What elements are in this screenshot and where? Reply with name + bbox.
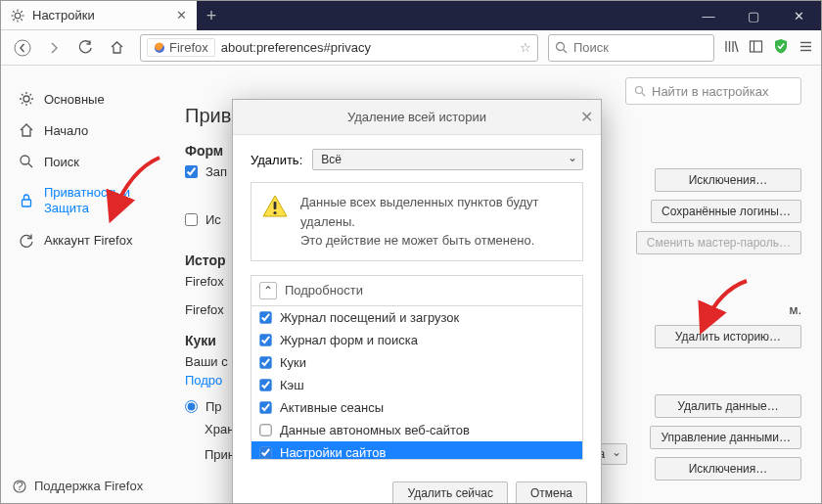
sidebar-item-account[interactable]: Аккаунт Firefox (13, 225, 163, 256)
delete-now-button[interactable]: Удалить сейчас (392, 481, 507, 505)
find-placeholder: Найти в настройках (652, 84, 769, 99)
remember-logins-checkbox[interactable] (185, 165, 198, 178)
cookies-exceptions-button[interactable]: Исключения… (655, 457, 801, 481)
details-header[interactable]: ⌃ Подробности (251, 276, 582, 306)
dialog-titlebar: Удаление всей истории ✕ (233, 100, 601, 135)
tab-title: Настройки (32, 8, 95, 23)
details-item-checkbox[interactable] (259, 379, 271, 390)
svg-rect-38 (274, 202, 277, 209)
lock-icon (19, 193, 34, 208)
sidebar-toggle-icon[interactable] (749, 39, 763, 57)
sidebar-item-general[interactable]: Основные (13, 83, 163, 115)
cookies-learn-more[interactable]: Подро (185, 373, 222, 388)
library-icon[interactable] (724, 39, 739, 57)
svg-line-28 (30, 103, 32, 105)
find-in-settings[interactable]: Найти в настройках (625, 77, 801, 105)
cancel-button[interactable]: Отмена (516, 481, 587, 505)
reload-button[interactable] (71, 34, 99, 62)
history-remember-prefix: Firefox (185, 302, 224, 317)
search-bar[interactable]: Поиск (548, 34, 714, 62)
svg-point-22 (23, 96, 29, 102)
svg-line-35 (642, 93, 645, 96)
dialog-footer: Удалить сейчас Отмена (233, 472, 601, 505)
svg-line-7 (13, 19, 15, 21)
window-close[interactable]: ✕ (776, 1, 821, 30)
sync-icon (19, 233, 34, 249)
search-icon (555, 41, 568, 54)
delete-history-button[interactable]: Удалить историю… (655, 325, 801, 348)
url-bar[interactable]: Firefox ☆ (140, 34, 538, 62)
details-label: Подробности (285, 283, 363, 298)
details-item[interactable]: Настройки сайтов (251, 441, 582, 459)
window-maximize[interactable]: ▢ (731, 1, 776, 30)
delete-data-button[interactable]: Удалить данные… (655, 394, 801, 418)
svg-line-27 (22, 94, 23, 96)
menu-icon[interactable] (799, 39, 813, 57)
details-toggle-icon[interactable]: ⌃ (259, 282, 277, 299)
browser-toolbar: Firefox ☆ Поиск (1, 30, 821, 66)
bookmark-star-icon[interactable]: ☆ (520, 40, 531, 55)
svg-line-30 (30, 94, 32, 96)
browser-tab[interactable]: Настройки ✕ (1, 1, 197, 30)
details-item[interactable]: Куки (251, 351, 582, 374)
details-item-checkbox[interactable] (259, 401, 271, 413)
toolbar-icons (724, 38, 813, 57)
details-item-label: Куки (280, 355, 306, 370)
support-link[interactable]: ? Поддержка Firefox (13, 479, 143, 493)
change-master-button[interactable]: Сменить мастер-пароль… (636, 231, 801, 254)
window-minimize[interactable]: — (686, 1, 731, 30)
warning-line1: Данные всех выделенных пунктов будут уда… (300, 193, 572, 231)
details-item[interactable]: Данные автономных веб-сайтов (251, 419, 582, 441)
svg-line-6 (21, 19, 23, 21)
remember-logins-label: Зап (206, 164, 227, 179)
details-item-label: Журнал посещений и загрузок (280, 310, 459, 325)
new-tab-button[interactable]: + (197, 1, 226, 30)
clear-history-dialog: Удаление всей истории ✕ Удалить: Всё Дан… (232, 99, 602, 504)
details-item[interactable]: Активные сеансы (251, 396, 582, 419)
sidebar-item-label: Начало (44, 123, 88, 138)
dialog-close-button[interactable]: ✕ (580, 108, 593, 126)
time-range-row: Удалить: Всё (251, 149, 583, 170)
saved-logins-button[interactable]: Сохранённые логины… (651, 200, 801, 223)
sidebar-item-home[interactable]: Начало (13, 115, 163, 146)
gear-icon (19, 91, 34, 107)
sidebar-item-privacy[interactable]: Приватность и Защита (13, 177, 163, 225)
identity-chip[interactable]: Firefox (147, 38, 215, 57)
exceptions-button[interactable]: Исключения… (655, 168, 801, 192)
time-range-select[interactable]: Всё (312, 149, 583, 170)
manage-data-button[interactable]: Управление данными… (650, 426, 801, 449)
details-item-checkbox[interactable] (259, 446, 271, 458)
help-icon: ? (13, 480, 26, 493)
accept-cookies-label: Пр (206, 399, 222, 414)
home-button[interactable] (103, 34, 130, 62)
details-item-checkbox[interactable] (259, 311, 271, 323)
details-item[interactable]: Журнал посещений и загрузок (251, 306, 582, 329)
details-item[interactable]: Кэш (251, 374, 582, 396)
svg-line-16 (735, 41, 738, 52)
url-input[interactable] (221, 40, 514, 55)
tab-close-icon[interactable]: ✕ (176, 8, 187, 23)
svg-text:?: ? (16, 480, 23, 493)
use-master-label: Ис (206, 212, 221, 227)
details-list[interactable]: Журнал посещений и загрузокЖурнал форм и… (251, 306, 582, 459)
svg-line-32 (28, 163, 32, 167)
window-titlebar: Настройки ✕ + — ▢ ✕ (1, 1, 821, 30)
svg-point-9 (15, 40, 30, 56)
accept-cookies-radio[interactable] (185, 400, 198, 413)
window-controls: — ▢ ✕ (686, 1, 821, 30)
details-item[interactable]: Журнал форм и поиска (251, 329, 582, 351)
firefox-icon (154, 42, 165, 54)
use-master-checkbox[interactable] (185, 213, 198, 226)
svg-line-5 (13, 11, 15, 13)
back-button[interactable] (9, 34, 36, 62)
cookies-usage-text: Ваши с (185, 354, 228, 369)
forward-button[interactable] (40, 34, 68, 62)
details-item-checkbox[interactable] (259, 424, 271, 435)
search-placeholder: Поиск (573, 40, 609, 55)
identity-label: Firefox (169, 40, 208, 55)
details-item-checkbox[interactable] (259, 334, 271, 345)
details-item-checkbox[interactable] (259, 356, 271, 368)
sidebar-item-search[interactable]: Поиск (13, 146, 163, 177)
shield-icon[interactable] (773, 38, 789, 57)
svg-line-8 (21, 11, 23, 13)
